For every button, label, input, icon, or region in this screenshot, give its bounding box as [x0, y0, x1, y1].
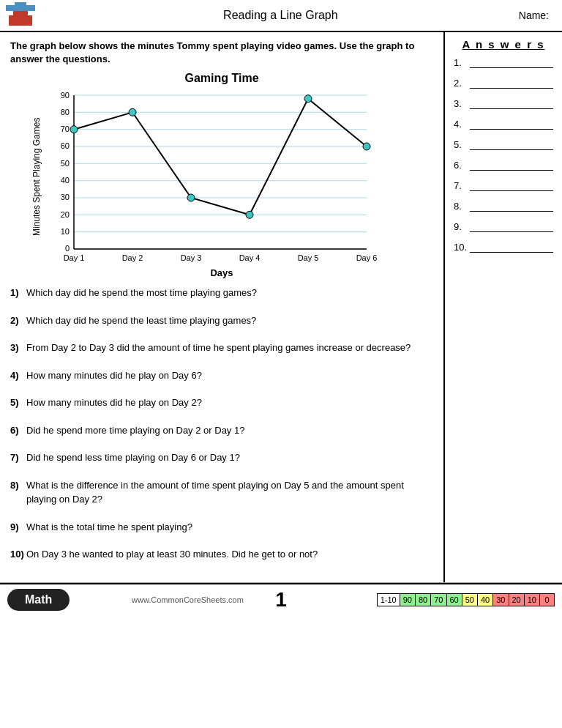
q3-num: 3) [10, 341, 26, 355]
graph-container: Gaming Time Minutes Spent Playing Games [31, 72, 412, 278]
question-6: 6) Did he spend more time playing on Day… [10, 423, 433, 438]
question-1: 1) Which day did he spend the most time … [10, 286, 433, 300]
answer-9-num: 9. [454, 221, 470, 232]
svg-text:Day 1: Day 1 [64, 253, 85, 262]
score-20: 20 [509, 594, 524, 606]
graph-svg-wrap: 90 80 70 60 50 40 30 20 10 0 Day 1 [45, 88, 412, 266]
graph-inner: Minutes Spent Playing Games [31, 88, 412, 266]
q3-text: From Day 2 to Day 3 did the amount of ti… [26, 341, 433, 355]
answer-2: 2. [454, 77, 553, 89]
answer-7: 7. [454, 179, 553, 191]
q7-num: 7) [10, 450, 26, 465]
answer-9: 9. [454, 220, 553, 232]
x-axis-label: Days [31, 267, 412, 278]
content-area: The graph below shows the minutes Tommy … [0, 32, 445, 582]
score-40: 40 [477, 594, 492, 606]
answer-5: 5. [454, 138, 553, 150]
svg-text:50: 50 [61, 159, 70, 168]
answer-4: 4. [454, 118, 553, 130]
answer-10-blank[interactable] [470, 241, 553, 253]
svg-text:90: 90 [61, 91, 70, 100]
q1-text: Which day did he spend the most time pla… [26, 286, 433, 300]
svg-point-32 [70, 126, 78, 133]
answer-6: 6. [454, 159, 553, 171]
graph-title: Gaming Time [31, 72, 412, 85]
svg-rect-3 [13, 11, 28, 17]
answer-3-blank[interactable] [470, 97, 553, 109]
answer-3: 3. [454, 97, 553, 109]
svg-point-33 [129, 109, 136, 116]
answer-6-blank[interactable] [470, 159, 553, 171]
q4-text: How many minutes did he play on Day 6? [26, 368, 433, 383]
svg-text:80: 80 [61, 108, 70, 116]
answer-10-num: 10. [454, 242, 470, 253]
q10-text: On Day 3 he wanted to play at least 30 m… [26, 547, 433, 562]
q2-text: Which day did he spend the least time pl… [26, 313, 433, 328]
main-layout: The graph below shows the minutes Tommy … [0, 32, 562, 583]
q8-text: What is the difference in the amount of … [26, 478, 433, 507]
svg-point-36 [304, 95, 312, 103]
answer-7-blank[interactable] [470, 179, 553, 191]
q2-num: 2) [10, 313, 26, 328]
answer-2-num: 2. [454, 78, 470, 89]
q5-text: How many minutes did he play on Day 2? [26, 395, 433, 410]
svg-text:10: 10 [61, 227, 70, 236]
answers-panel: A n s w e r s 1. 2. 3. 4. 5. 6. 7. [445, 32, 562, 582]
svg-text:Day 6: Day 6 [356, 253, 378, 262]
svg-text:60: 60 [61, 141, 70, 150]
svg-text:70: 70 [61, 125, 70, 133]
svg-rect-1 [6, 5, 35, 11]
answer-8: 8. [454, 200, 553, 212]
question-10: 10) On Day 3 he wanted to play at least … [10, 547, 433, 562]
score-30: 30 [492, 594, 508, 606]
question-9: 9) What is the total time he spent playi… [10, 520, 433, 535]
svg-text:Day 2: Day 2 [122, 253, 143, 262]
answer-1-num: 1. [454, 57, 470, 68]
svg-text:20: 20 [61, 210, 70, 219]
answer-5-blank[interactable] [470, 138, 553, 150]
intro-text: The graph below shows the minutes Tommy … [10, 40, 433, 66]
q9-num: 9) [10, 520, 26, 535]
answer-3-num: 3. [454, 98, 470, 109]
question-2: 2) Which day did he spend the least time… [10, 313, 433, 328]
answer-5-num: 5. [454, 139, 470, 150]
svg-rect-2 [9, 15, 32, 26]
svg-text:30: 30 [61, 193, 70, 201]
q5-num: 5) [10, 395, 26, 410]
footer-page-number: 1 [275, 588, 287, 612]
score-10: 10 [524, 594, 539, 606]
answer-1-blank[interactable] [470, 56, 553, 68]
svg-point-34 [187, 194, 195, 201]
answer-6-num: 6. [454, 160, 470, 171]
answer-9-blank[interactable] [470, 220, 553, 232]
q4-num: 4) [10, 368, 26, 383]
score-50: 50 [462, 594, 477, 606]
question-7: 7) Did he spend less time playing on Day… [10, 450, 433, 465]
answer-7-num: 7. [454, 180, 470, 191]
answer-4-blank[interactable] [470, 118, 553, 130]
answer-8-num: 8. [454, 201, 470, 212]
question-4: 4) How many minutes did he play on Day 6… [10, 368, 433, 383]
svg-text:40: 40 [61, 176, 70, 185]
question-5: 5) How many minutes did he play on Day 2… [10, 395, 433, 410]
page-header: Reading a Line Graph Name: [0, 0, 562, 32]
svg-point-37 [363, 143, 370, 150]
score-label: 1-10 [378, 594, 400, 606]
footer-score-table: 1-10 90 80 70 60 50 40 30 20 10 0 [377, 593, 555, 606]
question-8: 8) What is the difference in the amount … [10, 478, 433, 507]
svg-point-35 [246, 212, 253, 219]
answer-2-blank[interactable] [470, 77, 553, 89]
math-badge: Math [7, 589, 70, 611]
score-80: 80 [415, 594, 430, 606]
question-3: 3) From Day 2 to Day 3 did the amount of… [10, 341, 433, 355]
svg-text:Day 4: Day 4 [239, 253, 261, 262]
svg-text:Day 5: Day 5 [298, 253, 319, 262]
graph-svg: 90 80 70 60 50 40 30 20 10 0 Day 1 [45, 88, 381, 264]
y-axis-label: Minutes Spent Playing Games [31, 88, 42, 266]
answers-title: A n s w e r s [454, 38, 553, 51]
answer-8-blank[interactable] [470, 200, 553, 212]
questions-section: 1) Which day did he spend the most time … [10, 286, 433, 562]
answer-1: 1. [454, 56, 553, 68]
q6-text: Did he spend more time playing on Day 2 … [26, 423, 433, 438]
footer-url: www.CommonCoreSheets.com [132, 595, 244, 604]
